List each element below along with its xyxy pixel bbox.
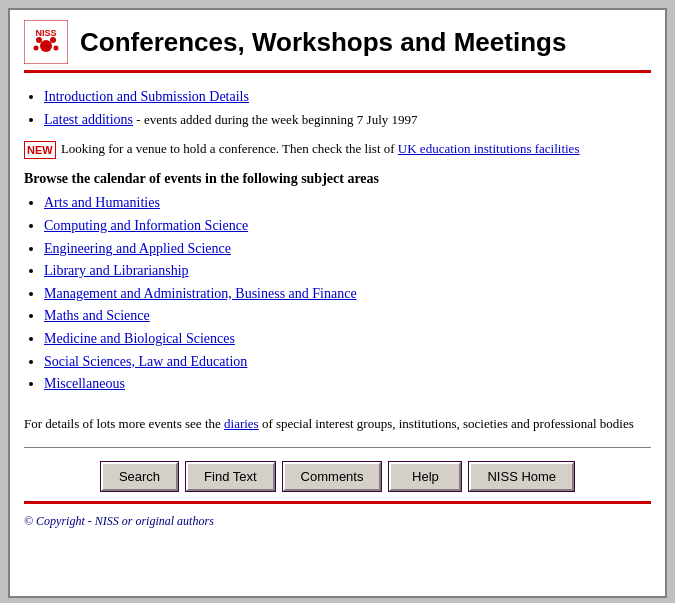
page-header: NISS Conferences, Workshops and Meetings [10, 10, 665, 70]
subject-link[interactable]: Social Sciences, Law and Education [44, 354, 247, 369]
venue-line: NEW Looking for a venue to hold a confer… [24, 139, 651, 159]
bottom-divider [24, 501, 651, 504]
subject-item: Computing and Information Science [44, 216, 651, 236]
main-window: NISS Conferences, Workshops and Meetings… [8, 8, 667, 598]
subject-list: Arts and HumanitiesComputing and Informa… [44, 193, 651, 393]
subject-link[interactable]: Management and Administration, Business … [44, 286, 357, 301]
subject-link[interactable]: Maths and Science [44, 308, 150, 323]
subject-item: Miscellaneous [44, 374, 651, 394]
svg-point-6 [54, 46, 59, 51]
subject-item: Library and Librarianship [44, 261, 651, 281]
latest-link[interactable]: Latest additions [44, 112, 133, 127]
search-button[interactable]: Search [101, 462, 178, 491]
subject-item: Arts and Humanities [44, 193, 651, 213]
svg-text:NISS: NISS [35, 28, 56, 38]
footer-pre: For details of lots more events see the [24, 416, 224, 431]
top-divider [24, 70, 651, 73]
subject-link[interactable]: Library and Librarianship [44, 263, 189, 278]
subject-item: Medicine and Biological Sciences [44, 329, 651, 349]
toolbar: SearchFind TextCommentsHelpNISS Home [10, 454, 665, 501]
venue-link[interactable]: UK education institutions facilities [398, 141, 580, 156]
subject-item: Social Sciences, Law and Education [44, 352, 651, 372]
browse-heading: Browse the calendar of events in the fol… [24, 171, 651, 187]
intro-item: Introduction and Submission Details [44, 87, 651, 107]
page-title: Conferences, Workshops and Meetings [80, 27, 566, 58]
subject-link[interactable]: Engineering and Applied Science [44, 241, 231, 256]
subject-link[interactable]: Medicine and Biological Sciences [44, 331, 235, 346]
footer-text: For details of lots more events see the … [10, 404, 665, 442]
find-text-button[interactable]: Find Text [186, 462, 275, 491]
latest-note: - events added during the week beginning… [133, 112, 418, 127]
copyright-text: © Copyright - NISS or original authors [10, 510, 665, 533]
comments-button[interactable]: Comments [283, 462, 382, 491]
main-content: Introduction and Submission Details Late… [10, 83, 665, 394]
svg-point-5 [34, 46, 39, 51]
niss-home-button[interactable]: NISS Home [469, 462, 574, 491]
subject-link[interactable]: Miscellaneous [44, 376, 125, 391]
middle-divider [24, 447, 651, 448]
svg-point-3 [36, 37, 42, 43]
venue-text-pre: Looking for a venue to hold a conference… [61, 141, 398, 156]
subject-item: Maths and Science [44, 306, 651, 326]
help-button[interactable]: Help [389, 462, 461, 491]
niss-logo: NISS [24, 20, 68, 64]
intro-list: Introduction and Submission Details Late… [44, 87, 651, 129]
intro-link[interactable]: Introduction and Submission Details [44, 89, 249, 104]
subject-link[interactable]: Computing and Information Science [44, 218, 248, 233]
svg-point-4 [50, 37, 56, 43]
latest-item: Latest additions - events added during t… [44, 110, 651, 130]
diaries-link[interactable]: diaries [224, 416, 259, 431]
subject-item: Management and Administration, Business … [44, 284, 651, 304]
footer-post: of special interest groups, institutions… [259, 416, 634, 431]
new-badge: NEW [24, 141, 56, 160]
subject-item: Engineering and Applied Science [44, 239, 651, 259]
svg-point-2 [40, 40, 52, 52]
subject-link[interactable]: Arts and Humanities [44, 195, 160, 210]
